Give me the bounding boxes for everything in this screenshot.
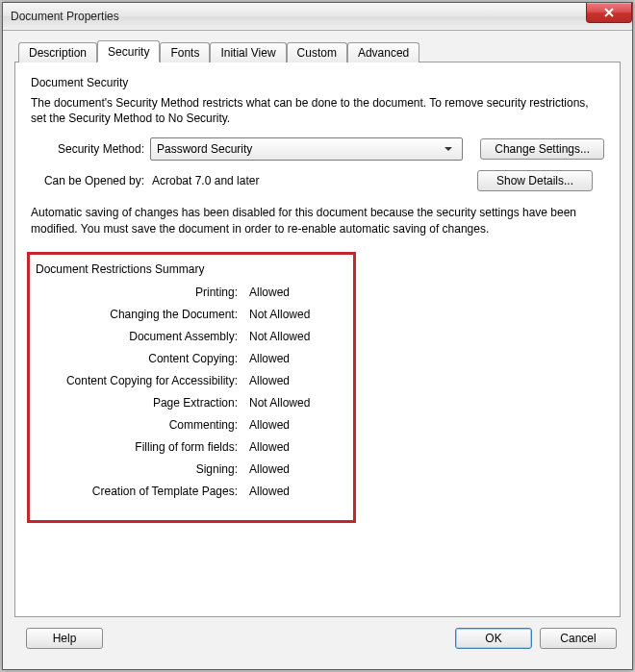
ok-button[interactable]: OK [455, 628, 532, 649]
restriction-row: Document Assembly:Not Allowed [36, 330, 347, 343]
restriction-value: Allowed [243, 440, 347, 454]
opened-by-value: Acrobat 7.0 and later [150, 174, 460, 187]
restriction-value: Allowed [243, 485, 347, 498]
restriction-label: Content Copying: [36, 352, 243, 365]
document-restrictions-summary: Document Restrictions Summary Printing:A… [27, 252, 356, 523]
opened-by-label: Can be Opened by: [31, 174, 150, 187]
restriction-row: Signing:Allowed [36, 462, 347, 476]
tab-custom[interactable]: Custom [287, 42, 347, 62]
restriction-row: Commenting:Allowed [36, 418, 347, 432]
restriction-row: Page Extraction:Not Allowed [36, 396, 347, 410]
change-settings-button[interactable]: Change Settings... [480, 138, 604, 160]
restriction-row: Filling of form fields:Allowed [36, 440, 347, 454]
restriction-label: Document Assembly: [36, 330, 243, 343]
restriction-label: Page Extraction: [36, 396, 243, 410]
restriction-value: Not Allowed [243, 330, 347, 343]
restriction-label: Changing the Document: [36, 308, 243, 321]
security-method-value: Password Security [157, 142, 441, 156]
cancel-button[interactable]: Cancel [540, 628, 617, 649]
document-security-legend: Document Security [31, 76, 604, 89]
restriction-label: Creation of Template Pages: [36, 485, 243, 498]
restriction-value: Not Allowed [243, 396, 347, 410]
restriction-label: Filling of form fields: [36, 440, 243, 454]
opened-by-row: Can be Opened by: Acrobat 7.0 and later … [31, 170, 604, 191]
security-method-row: Security Method: Password Security Chang… [31, 137, 604, 161]
security-method-label: Security Method: [31, 142, 150, 156]
security-method-dropdown[interactable]: Password Security [150, 137, 463, 161]
restriction-value: Not Allowed [243, 308, 347, 321]
restriction-value: Allowed [243, 352, 347, 365]
dialog-button-bar: Help OK Cancel [14, 617, 621, 660]
tab-page-security: Document Security The document's Securit… [14, 62, 621, 617]
restriction-value: Allowed [243, 418, 347, 432]
restriction-value: Allowed [243, 462, 347, 476]
tab-fonts[interactable]: Fonts [160, 42, 210, 62]
show-details-button[interactable]: Show Details... [477, 170, 593, 191]
restriction-row: Content Copying:Allowed [36, 352, 347, 365]
restriction-label: Printing: [36, 286, 243, 299]
autosave-note: Automatic saving of changes has been dis… [31, 205, 604, 236]
tabstrip: Description Security Fonts Initial View … [14, 40, 621, 62]
restrictions-title: Document Restrictions Summary [36, 262, 347, 276]
restriction-row: Creation of Template Pages:Allowed [36, 485, 347, 498]
titlebar: Document Properties [3, 3, 632, 31]
chevron-down-icon [441, 145, 456, 153]
tab-description[interactable]: Description [18, 42, 97, 62]
restriction-label: Signing: [36, 462, 243, 476]
window-title: Document Properties [11, 10, 119, 23]
restriction-label: Content Copying for Accessibility: [36, 374, 243, 387]
tab-advanced[interactable]: Advanced [347, 42, 419, 62]
restriction-row: Changing the Document:Not Allowed [36, 308, 347, 321]
restriction-row: Printing:Allowed [36, 286, 347, 299]
close-button[interactable] [586, 3, 632, 23]
client-area: Description Security Fonts Initial View … [3, 31, 632, 669]
restriction-value: Allowed [243, 374, 347, 387]
restriction-value: Allowed [243, 286, 347, 299]
help-button[interactable]: Help [26, 628, 103, 649]
document-properties-dialog: Document Properties Description Security… [2, 2, 633, 670]
document-security-group: Document Security The document's Securit… [27, 76, 608, 236]
security-description: The document's Security Method restricts… [31, 95, 604, 126]
close-icon [604, 8, 614, 17]
restriction-row: Content Copying for Accessibility:Allowe… [36, 374, 347, 387]
tab-security[interactable]: Security [97, 40, 160, 62]
restriction-label: Commenting: [36, 418, 243, 432]
tab-initial-view[interactable]: Initial View [210, 42, 286, 62]
